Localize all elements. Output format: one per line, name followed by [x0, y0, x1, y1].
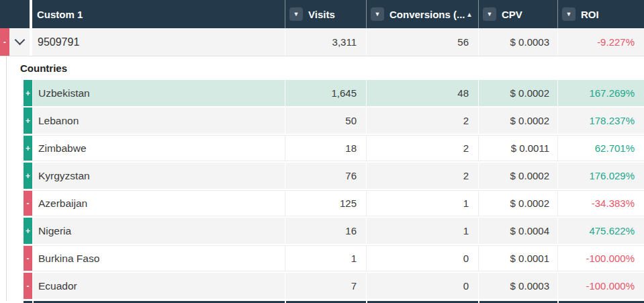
cpv-value: $ 0.0002 [478, 107, 557, 134]
visits-value: 1 [285, 246, 366, 271]
plus-badge-icon[interactable]: + [24, 136, 33, 161]
country-name: Nigeria [33, 218, 285, 244]
column-label-conversions: Conversions (... [389, 9, 465, 20]
visits-value: 16 [285, 218, 366, 244]
country-row[interactable]: + Kyrgyzstan 76 2 $ 0.0002 176.029% [24, 163, 644, 189]
country-name: Lebanon [33, 107, 285, 134]
country-row[interactable]: + Nigeria 16 1 $ 0.0004 475.622% [24, 218, 644, 244]
tree-indent-line [6, 56, 7, 301]
country-name: Zimbabwe [33, 136, 285, 161]
cpv-value: $ 0.0003 [478, 28, 557, 56]
plus-badge-icon[interactable]: + [24, 163, 33, 189]
cpv-value: $ 0.0002 [478, 163, 557, 189]
roi-value: 62.701% [557, 136, 644, 161]
roi-value: 475.622% [557, 218, 644, 244]
conversions-value: 48 [366, 80, 478, 106]
country-row[interactable]: + Zimbabwe 18 2 $ 0.0011 62.701% [24, 135, 644, 161]
visits-value: 76 [285, 163, 366, 189]
column-header-conversions[interactable]: ▼ Conversions (... ▲ [366, 0, 478, 28]
minus-badge-icon[interactable]: - [24, 273, 33, 299]
minus-badge-icon[interactable]: - [24, 191, 33, 216]
expand-toggle[interactable] [9, 28, 30, 56]
country-name: Kyrgyzstan [33, 163, 285, 189]
conversions-value: 1 [366, 218, 478, 244]
visits-value: 1,645 [285, 80, 366, 106]
roi-value: 167.269% [557, 80, 644, 106]
conversions-value: 1 [366, 191, 478, 216]
campaign-name: 9509791 [30, 28, 285, 56]
roi-value: -100.000% [557, 273, 644, 299]
roi-value: 178.237% [557, 107, 644, 134]
column-header-visits[interactable]: ▼ Visits [285, 0, 366, 28]
country-row[interactable]: + Uzbekistan 1,645 48 $ 0.0002 167.269% [24, 80, 644, 106]
conversions-value: 2 [366, 136, 478, 161]
plus-badge-icon[interactable]: + [24, 107, 33, 134]
cpv-value: $ 0.0003 [478, 273, 557, 299]
country-row[interactable]: - Ecuador 7 0 $ 0.0003 -100.000% [24, 273, 644, 299]
cpv-value: $ 0.0002 [478, 80, 557, 106]
filter-icon[interactable]: ▼ [483, 7, 496, 21]
country-name: Azerbaijan [33, 191, 285, 216]
sort-ascending-icon: ▲ [466, 11, 473, 18]
header-expand-cell [0, 0, 32, 28]
column-label-custom1: Custom 1 [37, 9, 83, 20]
funnel-icon: ▼ [487, 11, 493, 17]
plus-badge-icon[interactable]: + [24, 80, 33, 106]
visits-value: 18 [285, 136, 366, 161]
funnel-icon: ▼ [375, 11, 381, 17]
conversions-value: 56 [366, 28, 478, 56]
country-row[interactable]: + Lebanon 50 2 $ 0.0002 178.237% [24, 107, 644, 134]
report-table: Custom 1 ▼ Visits ▼ Conversions (... ▲ ▼… [0, 0, 644, 303]
filter-icon[interactable]: ▼ [289, 7, 303, 21]
cpv-value: $ 0.0002 [478, 191, 557, 216]
visits-value: 3,311 [285, 28, 366, 56]
minus-badge-icon[interactable]: - [24, 246, 33, 271]
visits-value: 50 [285, 107, 366, 134]
country-name: Uzbekistan [33, 80, 285, 106]
roi-value: -9.227% [557, 28, 644, 56]
country-name: Ecuador [33, 273, 285, 299]
country-row[interactable]: - Burkina Faso 1 0 $ 0.0001 -100.000% [24, 245, 644, 271]
cpv-value: $ 0.0004 [478, 218, 557, 244]
column-header-roi[interactable]: ▼ ROI [557, 0, 644, 28]
minus-badge-icon[interactable]: - [0, 28, 9, 56]
visits-value: 125 [285, 191, 366, 216]
roi-value: -34.383% [557, 191, 644, 216]
country-row[interactable]: - Azerbaijan 125 1 $ 0.0002 -34.383% [24, 190, 644, 216]
visits-value: 7 [285, 273, 366, 299]
column-label-roi: ROI [581, 9, 599, 20]
column-label-cpv: CPV [502, 9, 522, 20]
group-header: Countries [0, 56, 644, 80]
roi-value: -100.000% [557, 246, 644, 271]
filter-icon[interactable]: ▼ [371, 7, 384, 21]
table-header: Custom 1 ▼ Visits ▼ Conversions (... ▲ ▼… [0, 0, 644, 28]
conversions-value: 2 [366, 163, 478, 189]
conversions-value: 0 [366, 246, 478, 271]
conversions-value: 0 [366, 273, 478, 299]
plus-badge-icon[interactable]: + [24, 218, 33, 244]
filter-icon[interactable]: ▼ [562, 7, 576, 21]
roi-value: 176.029% [557, 163, 644, 189]
column-header-custom1[interactable]: Custom 1 [32, 0, 285, 28]
group-label: Countries [20, 62, 67, 74]
country-rows-container: + Uzbekistan 1,645 48 $ 0.0002 167.269% … [0, 80, 644, 299]
campaign-row[interactable]: - 9509791 3,311 56 $ 0.0003 -9.227% [0, 28, 644, 56]
conversions-value: 2 [366, 107, 478, 134]
column-label-visits: Visits [308, 9, 335, 20]
column-header-cpv[interactable]: ▼ CPV [478, 0, 557, 28]
cpv-value: $ 0.0001 [478, 246, 557, 271]
chevron-down-icon [14, 35, 25, 46]
country-name: Burkina Faso [33, 246, 285, 271]
funnel-icon: ▼ [566, 11, 572, 17]
funnel-icon: ▼ [293, 11, 300, 17]
cpv-value: $ 0.0011 [478, 136, 557, 161]
